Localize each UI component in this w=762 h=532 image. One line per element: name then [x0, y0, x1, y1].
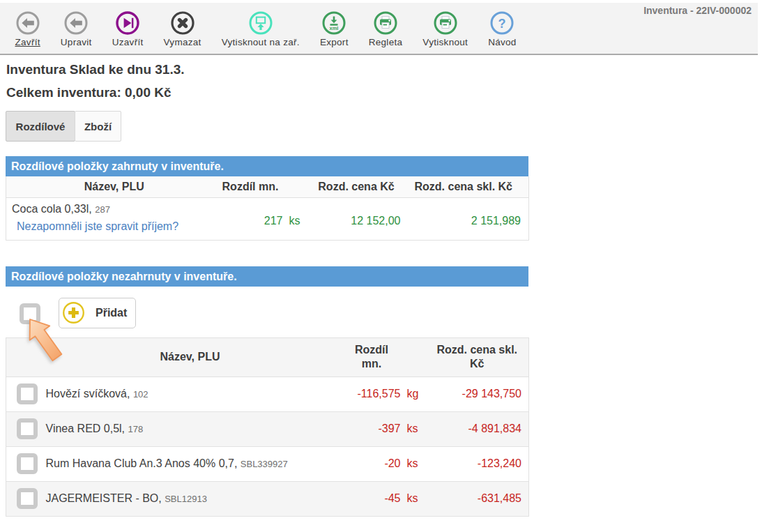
toolbar-button-label: Uzavřít: [112, 37, 144, 47]
column-header-stock-price: Rozd. cena skl.Kč: [426, 337, 529, 377]
toolbar-button-vytisknout[interactable]: Vytisknout: [413, 3, 478, 47]
toolbar-button-label: Upravit: [61, 37, 92, 47]
item-qty: -45: [338, 481, 406, 516]
toolbar-button-label: Vytisknout: [422, 37, 468, 47]
tab-zbozi[interactable]: Zboží: [75, 111, 121, 142]
table-header-row: Název, PLU Rozdíl mn. Rozd. cena Kč Rozd…: [6, 176, 529, 197]
item-qty: 217: [222, 197, 288, 240]
item-unit: ks: [288, 197, 307, 240]
toolbar-button-vytisknout-na-zar[interactable]: Vytisknout na zař.: [211, 3, 310, 47]
item-name: Rum Havana Club An.3 Anos 40% 0,7,: [46, 457, 238, 469]
item-stock-price: -4 891,834: [426, 411, 529, 446]
toolbar-button-upravit[interactable]: Upravit: [50, 3, 102, 47]
table-row: Coca cola 0,33l, 287 Nezapomněli jste sp…: [6, 197, 529, 240]
excluded-panel-controls: Přidat: [6, 298, 762, 328]
column-header-name: Název, PLU: [43, 337, 338, 377]
column-header-checkbox: [6, 337, 43, 377]
item-unit: ks: [406, 411, 426, 446]
row-checkbox-cell: [6, 377, 43, 411]
delete-cross-icon: [171, 11, 195, 35]
toolbar-button-uzavrit[interactable]: Uzavřít: [102, 3, 153, 47]
column-header-unit: [288, 176, 307, 197]
item-code: 178: [128, 424, 144, 434]
row-checkbox-cell: [6, 481, 43, 516]
item-stock-price: -123,240: [426, 446, 529, 481]
included-panel-header: Rozdílové položky zahrnuty v inventuře.: [6, 156, 528, 176]
column-header-stock-price: Rozd. cena skl. Kč: [406, 176, 529, 197]
plus-icon: [62, 301, 85, 324]
toolbar-button-zavrit[interactable]: Zavřít: [5, 3, 50, 47]
table-row: JAGERMEISTER - BO, SBL12913 -45 ks -631,…: [6, 481, 529, 516]
document-title: Inventura - 22IV-000002: [643, 5, 752, 16]
column-header-unit: [406, 337, 426, 377]
toolbar-button-label: Návod: [488, 37, 517, 47]
item-stock-price: -29 143,750: [426, 377, 529, 411]
tab-rozdilove[interactable]: Rozdílové: [6, 111, 75, 142]
item-name: Vinea RED 0,5l,: [46, 423, 125, 434]
item-stock-price: 2 151,989: [406, 197, 529, 240]
printer-icon: [434, 11, 457, 35]
column-header-qty: Rozdílmn.: [338, 337, 406, 377]
item-code: SBL12913: [165, 494, 207, 504]
toolbar-button-label: Vytisknout na zař.: [222, 37, 300, 47]
item-unit: kg: [406, 377, 426, 411]
item-name-cell: Rum Havana Club An.3 Anos 40% 0,7, SBL33…: [43, 446, 338, 481]
item-code: 102: [133, 389, 148, 400]
toolbar-button-regleta[interactable]: Regleta: [358, 3, 413, 47]
row-checkbox-cell: [6, 411, 43, 446]
item-qty: -116,575: [338, 377, 406, 411]
toolbar-button-label: Export: [320, 37, 349, 47]
row-checkbox[interactable]: [17, 488, 38, 509]
table-row: Vinea RED 0,5l, 178 -397 ks -4 891,834: [6, 411, 529, 446]
svg-text:?: ?: [498, 17, 506, 31]
item-price: 12 152,00: [307, 197, 406, 240]
printer-icon: [374, 11, 397, 35]
page-title: Inventura Sklad ke dnu 31.3.: [6, 62, 762, 77]
item-name-cell: JAGERMEISTER - BO, SBL12913: [43, 481, 338, 516]
svg-text:xml: xml: [330, 25, 339, 31]
back-arrow-icon: [16, 11, 40, 35]
excluded-items-table: Název, PLU Rozdílmn. Rozd. cena skl.Kč H…: [6, 337, 529, 517]
row-checkbox-cell: [6, 446, 43, 481]
item-name-cell: Coca cola 0,33l, 287 Nezapomněli jste sp…: [6, 197, 222, 240]
item-stock-price: -631,485: [426, 481, 529, 516]
help-icon: ?: [490, 11, 514, 35]
row-checkbox[interactable]: [17, 418, 38, 439]
toolbar-button-label: Zavřít: [15, 37, 40, 47]
row-checkbox[interactable]: [17, 383, 38, 404]
close-skip-icon: [116, 11, 139, 35]
table-row: Rum Havana Club An.3 Anos 40% 0,7, SBL33…: [6, 446, 529, 481]
add-button-label: Přidat: [96, 307, 127, 319]
column-header-name: Název, PLU: [6, 176, 222, 197]
toolbar-button-navod[interactable]: ? Návod: [478, 3, 527, 47]
fix-receipt-link[interactable]: Nezapomněli jste spravit příjem?: [17, 220, 222, 233]
add-button[interactable]: Přidat: [59, 298, 136, 328]
toolbar-button-vymazat[interactable]: Vymazat: [153, 3, 211, 47]
item-unit: ks: [406, 481, 426, 516]
item-qty: -397: [338, 411, 406, 446]
item-unit: ks: [406, 446, 426, 481]
included-items-table: Název, PLU Rozdíl mn. Rozd. cena Kč Rozd…: [6, 176, 529, 241]
item-name: Hovězí svíčková,: [46, 388, 130, 400]
item-qty: -20: [338, 446, 406, 481]
print-device-icon: [249, 11, 273, 35]
page-total: Celkem inventura: 0,00 Kč: [6, 85, 762, 100]
tabs: Rozdílové Zboží: [6, 111, 762, 142]
item-name-cell: Vinea RED 0,5l, 178: [43, 411, 338, 446]
item-name: JAGERMEISTER - BO,: [46, 492, 162, 504]
toolbar-button-label: Regleta: [369, 37, 403, 47]
item-code: SBL339927: [241, 459, 288, 469]
item-name: Coca cola 0,33l, 287: [12, 203, 222, 215]
item-name-cell: Hovězí svíčková, 102: [43, 377, 338, 411]
excluded-panel-header: Rozdílové položky nezahrnuty v inventuře…: [6, 266, 528, 287]
export-xml-icon: xml: [322, 11, 346, 35]
back-arrow-icon: [64, 11, 88, 35]
select-all-checkbox[interactable]: [20, 303, 40, 324]
toolbar-button-export[interactable]: xml Export: [310, 3, 358, 47]
column-header-qty: Rozdíl mn.: [222, 176, 288, 197]
table-header-row: Název, PLU Rozdílmn. Rozd. cena skl.Kč: [6, 337, 529, 377]
row-checkbox[interactable]: [17, 453, 38, 474]
item-code: 287: [95, 204, 110, 215]
column-header-price: Rozd. cena Kč: [307, 176, 406, 197]
toolbar-button-label: Vymazat: [164, 37, 201, 47]
